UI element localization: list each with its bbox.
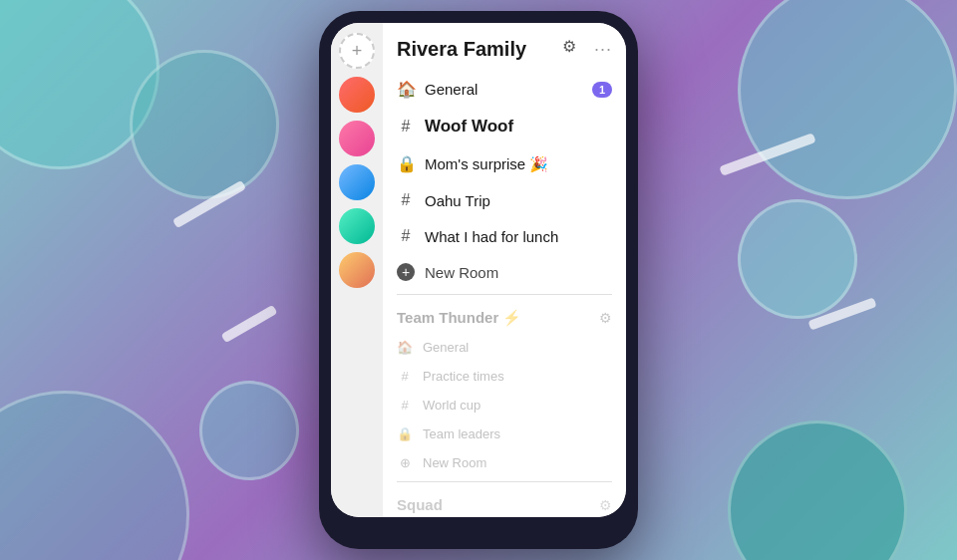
channel-name-oahu: Oahu Trip <box>425 192 612 209</box>
name-thunder-general: General <box>423 340 469 355</box>
deco-circle-7 <box>0 391 189 560</box>
gear-icon-thunder[interactable]: ⚙ <box>599 310 612 326</box>
channel-name-moms: Mom's surprise 🎉 <box>425 155 612 173</box>
new-room-thunder[interactable]: ⊕ New Room <box>383 448 626 477</box>
channel-practice[interactable]: # Practice times <box>383 362 626 391</box>
deco-circle-4 <box>738 199 857 319</box>
sidebar-avatars: + <box>331 23 383 517</box>
avatar-group4[interactable] <box>339 208 375 244</box>
badge-general: 1 <box>592 82 612 98</box>
channel-name-lunch: What I had for lunch <box>425 228 612 245</box>
main-content: Rivera Family ⚙ ··· 🏠 General 1 # Woof W… <box>383 23 626 517</box>
add-group-button[interactable]: + <box>339 33 375 69</box>
gear-icon-squad[interactable]: ⚙ <box>599 497 612 513</box>
hash-icon-lunch: # <box>397 227 415 245</box>
channel-lunch[interactable]: # What I had for lunch <box>383 218 626 254</box>
group-team-thunder: Team Thunder ⚡ ⚙ 🏠 General # Practice ti… <box>383 299 626 477</box>
plus-icon-thunder: ⊕ <box>397 455 413 470</box>
channel-woof-woof[interactable]: # Woof Woof <box>383 108 626 145</box>
channel-name-general: General <box>425 81 582 98</box>
channel-name-woof: Woof Woof <box>425 117 612 137</box>
phone-device: + Rivera Family ⚙ ··· <box>319 11 638 549</box>
avatar-rivera[interactable] <box>339 77 375 113</box>
new-room-label-thunder: New Room <box>423 455 486 470</box>
deco-stripe-2 <box>221 305 278 344</box>
home-icon-thunder: 🏠 <box>397 340 413 355</box>
deco-circle-6 <box>199 381 299 480</box>
channel-worldcup[interactable]: # World cup <box>383 391 626 420</box>
avatar-group5[interactable] <box>339 252 375 288</box>
name-practice: Practice times <box>423 369 504 384</box>
group-title-rivera: Rivera Family <box>397 38 526 61</box>
plus-circle-icon: + <box>397 263 415 281</box>
new-room-button-rivera[interactable]: + New Room <box>383 254 626 290</box>
avatar-team[interactable] <box>339 121 375 156</box>
channel-oahu[interactable]: # Oahu Trip <box>383 182 626 218</box>
hash-icon-oahu: # <box>397 191 415 209</box>
group-divider-1 <box>397 294 612 295</box>
hash-icon-practice: # <box>397 369 413 384</box>
squad-header: Squad ⚙ <box>383 486 626 517</box>
more-button[interactable]: ··· <box>594 39 612 60</box>
lock-icon-moms: 🔒 <box>397 154 415 173</box>
avatar-squad[interactable] <box>339 164 375 200</box>
group-name-thunder: Team Thunder ⚡ <box>397 309 521 327</box>
phone-body: + Rivera Family ⚙ ··· <box>319 11 638 549</box>
channel-thunder-general[interactable]: 🏠 General <box>383 333 626 362</box>
lock-icon-leaders: 🔒 <box>397 426 413 441</box>
group-divider-2 <box>397 481 612 482</box>
new-room-label-rivera: New Room <box>425 264 498 281</box>
deco-circle-5 <box>728 420 907 560</box>
name-worldcup: World cup <box>423 398 480 413</box>
gear-icon[interactable]: ⚙ <box>562 37 586 61</box>
home-icon: 🏠 <box>397 80 415 99</box>
group-header-thunder: Team Thunder ⚡ ⚙ <box>383 299 626 333</box>
name-leaders: Team leaders <box>423 426 500 441</box>
header-actions: ⚙ ··· <box>562 37 612 61</box>
hash-icon-worldcup: # <box>397 398 413 413</box>
channel-moms-surprise[interactable]: 🔒 Mom's surprise 🎉 <box>383 145 626 182</box>
hash-icon-woof: # <box>397 118 415 136</box>
channel-general[interactable]: 🏠 General 1 <box>383 71 626 108</box>
squad-name-label: Squad <box>397 496 443 513</box>
group-header-rivera: Rivera Family ⚙ ··· <box>383 23 626 71</box>
group-squad: Squad ⚙ <box>383 486 626 517</box>
phone-screen: + Rivera Family ⚙ ··· <box>331 23 626 517</box>
deco-circle-3 <box>738 0 957 199</box>
deco-circle-2 <box>130 50 279 199</box>
channel-leaders[interactable]: 🔒 Team leaders <box>383 420 626 448</box>
